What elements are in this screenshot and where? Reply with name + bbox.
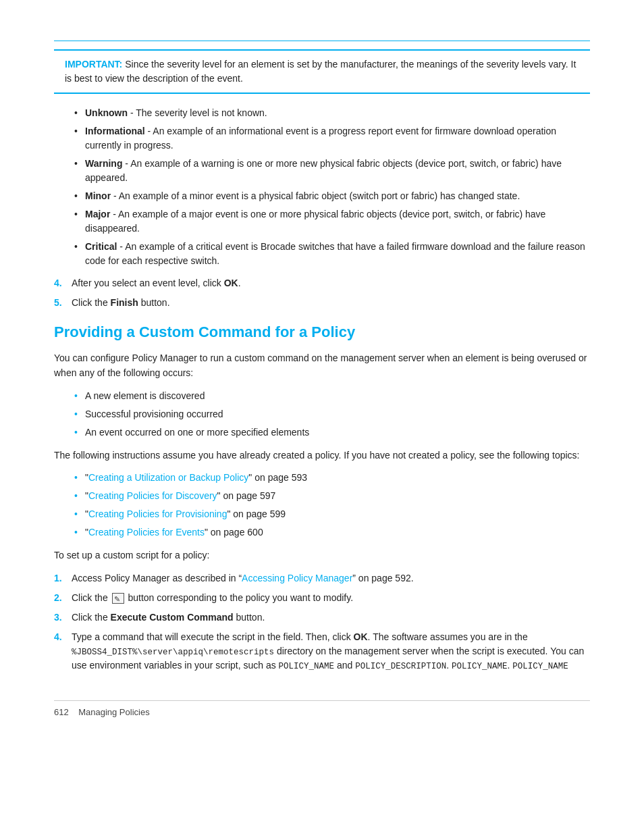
prereq-text: The following instructions assume you ha… (54, 448, 590, 463)
footer-page-num: 612 (54, 707, 69, 717)
list-item: 4. Type a command that will execute the … (54, 630, 590, 674)
term-minor: Minor (85, 190, 111, 201)
list-item: 2. Click the button corresponding to the… (54, 591, 590, 605)
step-text: Click the Finish button. (72, 296, 170, 310)
link-provisioning[interactable]: Creating Policies for Provisioning (88, 509, 227, 519)
footer-text: 612 Managing Policies (54, 707, 150, 717)
list-item: Warning - An example of a warning is one… (74, 157, 590, 185)
link-accessing-policy-manager[interactable]: Accessing Policy Manager (242, 573, 352, 583)
list-item: 5. Click the Finish button. (54, 296, 590, 310)
intro-text: You can configure Policy Manager to run … (54, 353, 587, 378)
intro-paragraph: You can configure Policy Manager to run … (54, 350, 590, 381)
pre-section-steps: 4. After you select an event level, clic… (54, 276, 590, 310)
term-unknown: Unknown (85, 107, 128, 118)
list-item: Unknown - The severity level is not know… (74, 106, 590, 120)
list-item: An event occurred on one or more specifi… (74, 425, 590, 440)
list-item: Minor - An example of a minor event is a… (74, 189, 590, 203)
step-num: 5. (54, 296, 66, 310)
page: IMPORTANT: Since the severity level for … (0, 0, 644, 834)
setup-intro: To set up a custom script for a policy: (54, 548, 590, 563)
important-label: IMPORTANT: (65, 59, 122, 70)
important-box: IMPORTANT: Since the severity level for … (54, 49, 590, 94)
link-discovery[interactable]: Creating Policies for Discovery (88, 490, 217, 501)
list-item: 1. Access Policy Manager as described in… (54, 571, 590, 585)
term-warning: Warning (85, 158, 122, 169)
list-item: "Creating a Utilization or Backup Policy… (74, 471, 590, 485)
list-item: "Creating Policies for Events" on page 6… (74, 525, 590, 540)
step-text: Click the Execute Custom Command button. (72, 610, 265, 625)
term-critical: Critical (85, 241, 117, 252)
step-text: Click the button corresponding to the po… (72, 591, 353, 605)
step-num: 4. (54, 630, 66, 674)
step-num: 1. (54, 571, 66, 585)
edit-icon (112, 593, 124, 604)
step-text: Type a command that will execute the scr… (72, 630, 590, 674)
footer-chapter: Managing Policies (78, 707, 150, 717)
section-title: Providing a Custom Command for a Policy (54, 323, 590, 341)
link-utilization[interactable]: Creating a Utilization or Backup Policy (88, 472, 248, 483)
step-text: Access Policy Manager as described in “A… (72, 571, 414, 585)
list-item: "Creating Policies for Discovery" on pag… (74, 489, 590, 503)
list-item: 3. Click the Execute Custom Command butt… (54, 610, 590, 625)
step-text: After you select an event level, click O… (72, 276, 241, 290)
list-item: Critical - An example of a critical even… (74, 240, 590, 268)
topic-links-list: "Creating a Utilization or Backup Policy… (74, 471, 590, 540)
step-num: 4. (54, 276, 66, 290)
step-num: 2. (54, 591, 66, 605)
link-events[interactable]: Creating Policies for Events (88, 527, 205, 538)
intro-bullet-list: A new element is discovered Successful p… (74, 389, 590, 440)
list-item: Informational - An example of an informa… (74, 124, 590, 153)
important-text: Since the severity level for an element … (65, 59, 576, 84)
step-num: 3. (54, 610, 66, 625)
list-item: 4. After you select an event level, clic… (54, 276, 590, 290)
list-item: A new element is discovered (74, 389, 590, 403)
list-item: "Creating Policies for Provisioning" on … (74, 507, 590, 521)
footer-rule: 612 Managing Policies (54, 700, 590, 717)
term-informational: Informational (85, 126, 145, 136)
term-major: Major (85, 209, 110, 219)
top-rule (54, 41, 590, 41)
list-item: Major - An example of a major event is o… (74, 207, 590, 236)
list-item: Successful provisioning occurred (74, 407, 590, 421)
setup-steps-list: 1. Access Policy Manager as described in… (54, 571, 590, 674)
severity-list: Unknown - The severity level is not know… (74, 106, 590, 268)
